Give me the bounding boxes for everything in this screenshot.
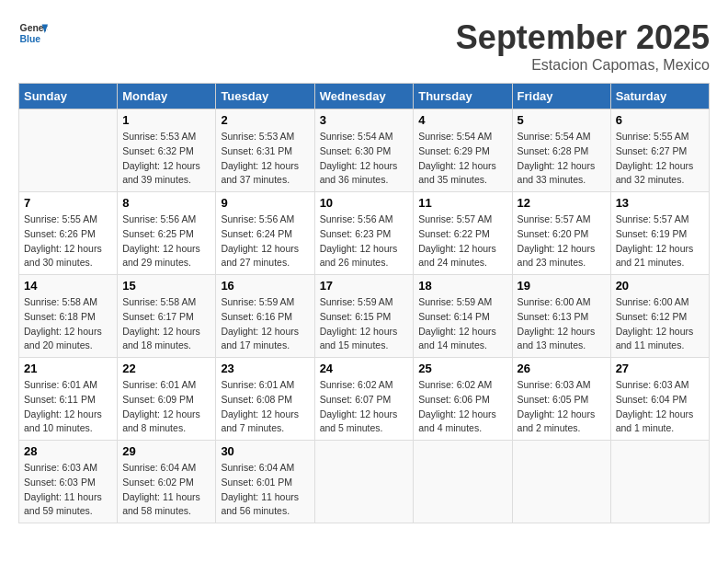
day-number: 21	[24, 362, 112, 375]
day-info: Sunrise: 5:54 AM Sunset: 6:30 PM Dayligh…	[320, 130, 409, 188]
day-number: 16	[221, 279, 309, 293]
calendar-cell: 7Sunrise: 5:55 AM Sunset: 6:26 PM Daylig…	[19, 192, 118, 275]
day-number: 24	[320, 362, 409, 375]
calendar-table: SundayMondayTuesdayWednesdayThursdayFrid…	[18, 83, 710, 523]
calendar-cell: 1Sunrise: 5:53 AM Sunset: 6:32 PM Daylig…	[118, 109, 216, 192]
day-number: 11	[418, 196, 506, 210]
calendar-cell: 26Sunrise: 6:03 AM Sunset: 6:05 PM Dayli…	[512, 358, 610, 441]
day-number: 2	[221, 113, 309, 127]
day-info: Sunrise: 5:56 AM Sunset: 6:25 PM Dayligh…	[122, 213, 210, 270]
day-info: Sunrise: 6:03 AM Sunset: 6:05 PM Dayligh…	[518, 378, 606, 436]
day-number: 6	[616, 113, 704, 127]
logo-icon: General Blue	[18, 18, 48, 48]
calendar-cell: 27Sunrise: 6:03 AM Sunset: 6:04 PM Dayli…	[610, 358, 709, 441]
day-number: 5	[518, 113, 606, 127]
day-info: Sunrise: 5:53 AM Sunset: 6:31 PM Dayligh…	[221, 130, 309, 188]
calendar-cell: 18Sunrise: 5:59 AM Sunset: 6:14 PM Dayli…	[414, 275, 512, 358]
day-info: Sunrise: 5:55 AM Sunset: 6:27 PM Dayligh…	[616, 130, 704, 188]
day-info: Sunrise: 6:01 AM Sunset: 6:08 PM Dayligh…	[221, 378, 309, 436]
day-info: Sunrise: 6:04 AM Sunset: 6:01 PM Dayligh…	[221, 461, 309, 519]
header-cell-sunday: Sunday	[19, 84, 118, 109]
day-info: Sunrise: 5:54 AM Sunset: 6:28 PM Dayligh…	[518, 130, 606, 188]
calendar-cell: 28Sunrise: 6:03 AM Sunset: 6:03 PM Dayli…	[19, 441, 118, 523]
calendar-cell: 3Sunrise: 5:54 AM Sunset: 6:30 PM Daylig…	[314, 109, 414, 192]
calendar-cell	[314, 441, 414, 523]
calendar-cell: 6Sunrise: 5:55 AM Sunset: 6:27 PM Daylig…	[610, 109, 709, 192]
calendar-cell	[512, 441, 610, 523]
day-info: Sunrise: 5:57 AM Sunset: 6:22 PM Dayligh…	[418, 213, 506, 270]
calendar-cell: 13Sunrise: 5:57 AM Sunset: 6:19 PM Dayli…	[610, 192, 709, 275]
calendar-cell: 20Sunrise: 6:00 AM Sunset: 6:12 PM Dayli…	[610, 275, 709, 358]
week-row: 1Sunrise: 5:53 AM Sunset: 6:32 PM Daylig…	[19, 109, 710, 192]
day-info: Sunrise: 5:56 AM Sunset: 6:24 PM Dayligh…	[221, 213, 309, 270]
calendar-cell: 8Sunrise: 5:56 AM Sunset: 6:25 PM Daylig…	[118, 192, 216, 275]
day-number: 13	[616, 196, 704, 210]
calendar-body: 1Sunrise: 5:53 AM Sunset: 6:32 PM Daylig…	[19, 109, 710, 523]
month-title: September 2025	[456, 18, 710, 57]
logo: General Blue	[18, 18, 48, 48]
day-info: Sunrise: 5:57 AM Sunset: 6:19 PM Dayligh…	[616, 213, 704, 270]
calendar-cell: 16Sunrise: 5:59 AM Sunset: 6:16 PM Dayli…	[216, 275, 314, 358]
day-number: 8	[122, 196, 210, 210]
header-cell-thursday: Thursday	[414, 84, 512, 109]
calendar-cell: 21Sunrise: 6:01 AM Sunset: 6:11 PM Dayli…	[19, 358, 118, 441]
title-block: September 2025 Estacion Capomas, Mexico	[456, 18, 710, 74]
day-number: 1	[122, 113, 210, 127]
day-number: 14	[24, 279, 112, 293]
header-cell-tuesday: Tuesday	[216, 84, 314, 109]
calendar-cell: 30Sunrise: 6:04 AM Sunset: 6:01 PM Dayli…	[216, 441, 314, 523]
day-number: 9	[221, 196, 309, 210]
day-number: 29	[122, 444, 210, 458]
day-info: Sunrise: 5:58 AM Sunset: 6:17 PM Dayligh…	[122, 295, 210, 353]
week-row: 7Sunrise: 5:55 AM Sunset: 6:26 PM Daylig…	[19, 192, 710, 275]
calendar-cell: 10Sunrise: 5:56 AM Sunset: 6:23 PM Dayli…	[314, 192, 414, 275]
calendar-cell: 19Sunrise: 6:00 AM Sunset: 6:13 PM Dayli…	[512, 275, 610, 358]
calendar-cell: 17Sunrise: 5:59 AM Sunset: 6:15 PM Dayli…	[314, 275, 414, 358]
day-info: Sunrise: 6:00 AM Sunset: 6:12 PM Dayligh…	[616, 295, 704, 353]
calendar-cell: 4Sunrise: 5:54 AM Sunset: 6:29 PM Daylig…	[414, 109, 512, 192]
day-number: 20	[616, 279, 704, 293]
day-number: 4	[418, 113, 506, 127]
day-info: Sunrise: 5:54 AM Sunset: 6:29 PM Dayligh…	[418, 130, 506, 188]
calendar-cell: 2Sunrise: 5:53 AM Sunset: 6:31 PM Daylig…	[216, 109, 314, 192]
calendar-cell: 14Sunrise: 5:58 AM Sunset: 6:18 PM Dayli…	[19, 275, 118, 358]
day-info: Sunrise: 5:56 AM Sunset: 6:23 PM Dayligh…	[320, 213, 409, 270]
day-number: 17	[320, 279, 409, 293]
day-info: Sunrise: 6:02 AM Sunset: 6:06 PM Dayligh…	[418, 378, 506, 436]
day-number: 7	[24, 196, 112, 210]
location-subtitle: Estacion Capomas, Mexico	[456, 57, 710, 74]
calendar-cell: 22Sunrise: 6:01 AM Sunset: 6:09 PM Dayli…	[118, 358, 216, 441]
day-number: 27	[616, 362, 704, 375]
day-info: Sunrise: 5:53 AM Sunset: 6:32 PM Dayligh…	[122, 130, 210, 188]
day-info: Sunrise: 5:55 AM Sunset: 6:26 PM Dayligh…	[24, 213, 112, 270]
day-info: Sunrise: 6:04 AM Sunset: 6:02 PM Dayligh…	[122, 461, 210, 519]
calendar-cell: 23Sunrise: 6:01 AM Sunset: 6:08 PM Dayli…	[216, 358, 314, 441]
day-number: 3	[320, 113, 409, 127]
day-info: Sunrise: 6:01 AM Sunset: 6:09 PM Dayligh…	[122, 378, 210, 436]
day-number: 15	[122, 279, 210, 293]
week-row: 28Sunrise: 6:03 AM Sunset: 6:03 PM Dayli…	[19, 441, 710, 523]
day-info: Sunrise: 5:59 AM Sunset: 6:14 PM Dayligh…	[418, 295, 506, 353]
calendar-cell: 12Sunrise: 5:57 AM Sunset: 6:20 PM Dayli…	[512, 192, 610, 275]
week-row: 14Sunrise: 5:58 AM Sunset: 6:18 PM Dayli…	[19, 275, 710, 358]
day-number: 23	[221, 362, 309, 375]
header-row: SundayMondayTuesdayWednesdayThursdayFrid…	[19, 84, 710, 109]
header-cell-saturday: Saturday	[610, 84, 709, 109]
svg-text:Blue: Blue	[20, 34, 41, 44]
day-info: Sunrise: 5:58 AM Sunset: 6:18 PM Dayligh…	[24, 295, 112, 353]
header-cell-monday: Monday	[118, 84, 216, 109]
day-info: Sunrise: 5:59 AM Sunset: 6:16 PM Dayligh…	[221, 295, 309, 353]
week-row: 21Sunrise: 6:01 AM Sunset: 6:11 PM Dayli…	[19, 358, 710, 441]
day-number: 25	[418, 362, 506, 375]
calendar-cell	[414, 441, 512, 523]
calendar-cell: 9Sunrise: 5:56 AM Sunset: 6:24 PM Daylig…	[216, 192, 314, 275]
day-number: 26	[518, 362, 606, 375]
day-info: Sunrise: 6:03 AM Sunset: 6:03 PM Dayligh…	[24, 461, 112, 519]
calendar-cell: 24Sunrise: 6:02 AM Sunset: 6:07 PM Dayli…	[314, 358, 414, 441]
calendar-cell: 25Sunrise: 6:02 AM Sunset: 6:06 PM Dayli…	[414, 358, 512, 441]
page-header: General Blue September 2025 Estacion Cap…	[18, 18, 710, 74]
calendar-cell: 11Sunrise: 5:57 AM Sunset: 6:22 PM Dayli…	[414, 192, 512, 275]
calendar-header: SundayMondayTuesdayWednesdayThursdayFrid…	[19, 84, 710, 109]
day-info: Sunrise: 6:02 AM Sunset: 6:07 PM Dayligh…	[320, 378, 409, 436]
day-number: 19	[518, 279, 606, 293]
